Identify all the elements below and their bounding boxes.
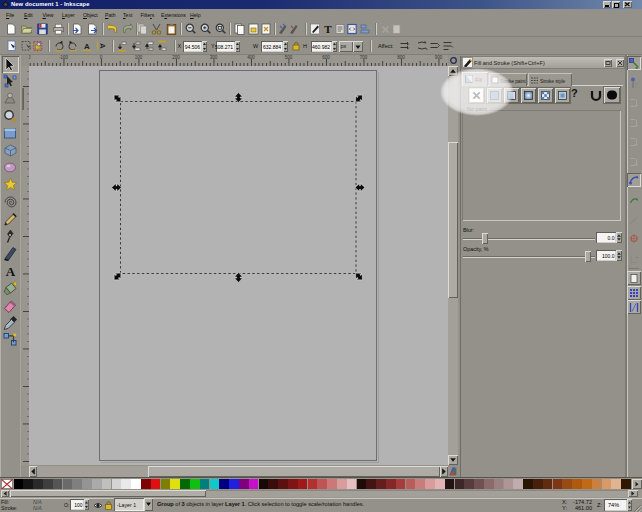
svg-text:A: A bbox=[84, 42, 90, 51]
svg-text:A: A bbox=[6, 264, 16, 279]
svg-text:T: T bbox=[324, 23, 332, 35]
svg-text:A: A bbox=[97, 43, 106, 49]
